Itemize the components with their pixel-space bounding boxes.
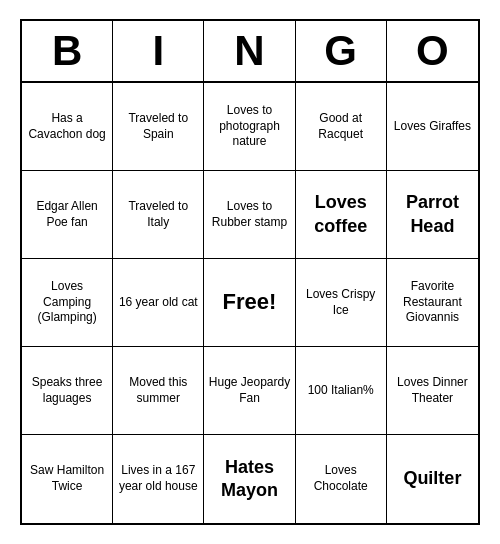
- bingo-cell-12[interactable]: Free!: [204, 259, 295, 347]
- bingo-cell-21[interactable]: Lives in a 167 year old house: [113, 435, 204, 523]
- header-b: B: [22, 21, 113, 81]
- bingo-cell-7[interactable]: Loves to Rubber stamp: [204, 171, 295, 259]
- bingo-grid: Has a Cavachon dogTraveled to SpainLoves…: [22, 83, 478, 523]
- bingo-card: B I N G O Has a Cavachon dogTraveled to …: [20, 19, 480, 525]
- header-o: O: [387, 21, 478, 81]
- bingo-cell-9[interactable]: Parrot Head: [387, 171, 478, 259]
- bingo-cell-3[interactable]: Good at Racquet: [296, 83, 387, 171]
- bingo-cell-0[interactable]: Has a Cavachon dog: [22, 83, 113, 171]
- bingo-cell-13[interactable]: Loves Crispy Ice: [296, 259, 387, 347]
- bingo-cell-19[interactable]: Loves Dinner Theater: [387, 347, 478, 435]
- bingo-cell-18[interactable]: 100 Italian%: [296, 347, 387, 435]
- bingo-cell-5[interactable]: Edgar Allen Poe fan: [22, 171, 113, 259]
- bingo-cell-23[interactable]: Loves Chocolate: [296, 435, 387, 523]
- bingo-cell-15[interactable]: Speaks three laguages: [22, 347, 113, 435]
- bingo-cell-11[interactable]: 16 year old cat: [113, 259, 204, 347]
- bingo-cell-4[interactable]: Loves Giraffes: [387, 83, 478, 171]
- bingo-cell-24[interactable]: Quilter: [387, 435, 478, 523]
- bingo-cell-2[interactable]: Loves to photograph nature: [204, 83, 295, 171]
- header-i: I: [113, 21, 204, 81]
- bingo-cell-14[interactable]: Favorite Restaurant Giovannis: [387, 259, 478, 347]
- bingo-cell-1[interactable]: Traveled to Spain: [113, 83, 204, 171]
- bingo-cell-10[interactable]: Loves Camping (Glamping): [22, 259, 113, 347]
- bingo-cell-8[interactable]: Loves coffee: [296, 171, 387, 259]
- bingo-cell-17[interactable]: Huge Jeopardy Fan: [204, 347, 295, 435]
- bingo-cell-6[interactable]: Traveled to Italy: [113, 171, 204, 259]
- bingo-header: B I N G O: [22, 21, 478, 83]
- header-g: G: [296, 21, 387, 81]
- bingo-cell-16[interactable]: Moved this summer: [113, 347, 204, 435]
- header-n: N: [204, 21, 295, 81]
- bingo-cell-20[interactable]: Saw Hamilton Twice: [22, 435, 113, 523]
- bingo-cell-22[interactable]: Hates Mayon: [204, 435, 295, 523]
